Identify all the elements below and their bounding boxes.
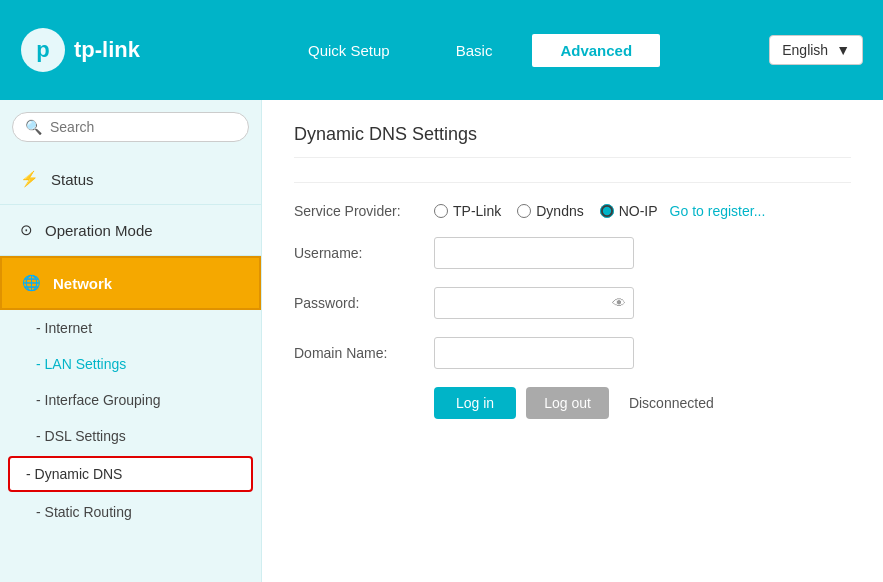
sidebar-item-network[interactable]: 🌐 Network — [0, 256, 261, 310]
sidebar-item-label-status: Status — [51, 171, 94, 188]
logout-button[interactable]: Log out — [526, 387, 609, 419]
radio-no-ip[interactable]: NO-IP — [600, 203, 658, 219]
username-input[interactable] — [434, 237, 634, 269]
content-area: Dynamic DNS Settings Service Provider: T… — [262, 100, 883, 582]
logo-text: tp-link — [74, 37, 140, 63]
sidebar-item-operation-mode[interactable]: ⊙ Operation Mode — [0, 205, 261, 256]
eye-icon[interactable]: 👁 — [612, 295, 626, 311]
search-input[interactable] — [50, 119, 236, 135]
action-row: Log in Log out Disconnected — [294, 387, 851, 419]
sidebar-item-status[interactable]: ⚡ Status — [0, 154, 261, 205]
language-label: English — [782, 42, 828, 58]
toggle-icon: ⊙ — [20, 221, 33, 239]
radio-no-ip-label: NO-IP — [619, 203, 658, 219]
main-nav: Quick Setup Basic Advanced — [280, 32, 769, 69]
sidebar: 🔍 ⚡ Status ⊙ Operation Mode 🌐 Network - … — [0, 100, 262, 582]
page-title: Dynamic DNS Settings — [294, 124, 851, 158]
domain-label: Domain Name: — [294, 345, 434, 361]
pulse-icon: ⚡ — [20, 170, 39, 188]
username-label: Username: — [294, 245, 434, 261]
login-button[interactable]: Log in — [434, 387, 516, 419]
sidebar-sub-internet[interactable]: - Internet — [0, 310, 261, 346]
nav-quick-setup[interactable]: Quick Setup — [280, 34, 418, 67]
radio-tp-link[interactable]: TP-Link — [434, 203, 501, 219]
nav-advanced[interactable]: Advanced — [530, 32, 662, 69]
header: p tp-link Quick Setup Basic Advanced Eng… — [0, 0, 883, 100]
language-selector[interactable]: English ▼ — [769, 35, 863, 65]
radio-tp-link-label: TP-Link — [453, 203, 501, 219]
password-label: Password: — [294, 295, 434, 311]
logo-area: p tp-link — [20, 27, 280, 73]
search-icon: 🔍 — [25, 119, 42, 135]
radio-tp-link-input[interactable] — [434, 204, 448, 218]
nav-basic[interactable]: Basic — [428, 34, 521, 67]
sidebar-sub-dsl-settings[interactable]: - DSL Settings — [0, 418, 261, 454]
radio-dyndns[interactable]: Dyndns — [517, 203, 583, 219]
sidebar-sub-static-routing[interactable]: - Static Routing — [0, 494, 261, 530]
service-provider-controls: TP-Link Dyndns NO-IP Go to register... — [434, 203, 765, 219]
svg-text:p: p — [36, 37, 49, 62]
radio-no-ip-input[interactable] — [600, 204, 614, 218]
search-box[interactable]: 🔍 — [12, 112, 249, 142]
register-link[interactable]: Go to register... — [670, 203, 766, 219]
radio-group-providers: TP-Link Dyndns NO-IP — [434, 203, 658, 219]
chevron-down-icon: ▼ — [836, 42, 850, 58]
sidebar-item-label-operation: Operation Mode — [45, 222, 153, 239]
service-provider-label: Service Provider: — [294, 203, 434, 219]
sidebar-sub-lan-settings[interactable]: - LAN Settings — [0, 346, 261, 382]
password-row: Password: 👁 — [294, 287, 851, 319]
action-buttons: Log in Log out Disconnected — [434, 387, 714, 419]
tp-link-logo-icon: p — [20, 27, 66, 73]
domain-row: Domain Name: — [294, 337, 851, 369]
radio-dyndns-input[interactable] — [517, 204, 531, 218]
main-layout: 🔍 ⚡ Status ⊙ Operation Mode 🌐 Network - … — [0, 100, 883, 582]
sidebar-sub-interface-grouping[interactable]: - Interface Grouping — [0, 382, 261, 418]
title-divider — [294, 182, 851, 183]
service-provider-row: Service Provider: TP-Link Dyndns NO-IP — [294, 203, 851, 219]
radio-dyndns-label: Dyndns — [536, 203, 583, 219]
sidebar-item-label-network: Network — [53, 275, 112, 292]
username-row: Username: — [294, 237, 851, 269]
domain-input[interactable] — [434, 337, 634, 369]
connection-status: Disconnected — [629, 395, 714, 411]
password-input[interactable] — [434, 287, 634, 319]
sidebar-sub-dynamic-dns[interactable]: - Dynamic DNS — [8, 456, 253, 492]
password-input-wrapper: 👁 — [434, 287, 634, 319]
globe-icon: 🌐 — [22, 274, 41, 292]
